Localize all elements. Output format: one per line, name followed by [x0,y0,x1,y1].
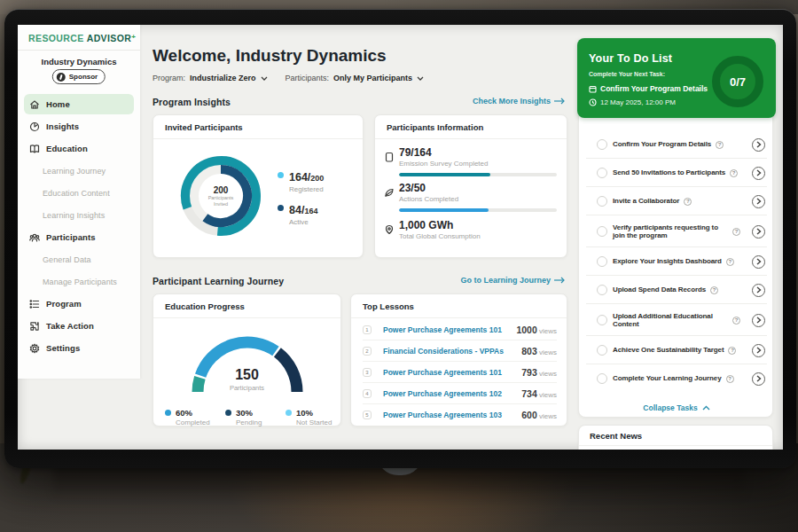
legend-dot [165,410,171,416]
task-go-button[interactable] [752,372,765,386]
sidebar-item-insights[interactable]: Insights [18,115,140,137]
help-icon[interactable]: ? [732,317,740,325]
sidebar-item-program[interactable]: Program [18,293,140,315]
sidebar-item-education-content[interactable]: Education Content [18,182,140,204]
sidebar-item-label: General Data [43,255,91,264]
task-checkbox[interactable] [597,285,607,295]
help-icon[interactable]: ? [710,286,718,294]
task-checkbox[interactable] [597,345,607,356]
task-label: Send 50 Invitations to Participants [613,168,725,177]
todo-task-row: Confirm Your Program Details? [579,130,774,159]
lesson-row: 2Financial Considerations - VPPAs803 vie… [363,340,557,362]
sidebar-item-learning-journey[interactable]: Learning Journey [18,160,140,182]
task-go-button[interactable] [752,284,765,297]
help-icon[interactable]: ? [726,258,734,266]
lesson-link[interactable]: Financial Considerations - VPPAs [383,347,504,356]
check-more-insights-link[interactable]: Check More Insights [473,97,566,106]
task-go-button[interactable] [752,314,765,327]
sidebar-item-label: Home [46,99,70,109]
sidebar-item-general-data[interactable]: General Data [18,248,140,270]
next-time-label: 12 May 2025, 12:00 PM [600,98,676,106]
sidebar-item-learning-insights[interactable]: Learning Insights [18,204,140,226]
lesson-views: 803 views [521,346,557,356]
sidebar: RESOURCE ADVISOR+ Industry Dynamics Spon… [18,25,140,379]
task-go-button[interactable] [752,167,765,180]
lesson-rank: 2 [363,347,372,356]
brand-logo[interactable]: RESOURCE ADVISOR+ [28,33,136,43]
task-checkbox[interactable] [597,315,607,325]
participants-filter-label: Participants: [286,74,330,82]
help-icon[interactable]: ? [716,141,724,149]
legend-not-started: 10% Not Started [286,408,332,426]
task-go-button[interactable] [752,255,765,269]
education-icon [29,144,40,154]
invited-participants-title: Invited Participants [165,122,243,132]
help-icon[interactable]: ? [726,375,734,383]
active-item-highlight [24,94,134,114]
task-go-button[interactable] [752,225,765,239]
lesson-views-count: 1000 [516,325,536,335]
task-label: Upload Additional Educational Content [613,312,728,329]
task-checkbox[interactable] [597,196,607,207]
todo-card: Your To Do List Complete Your Next Task:… [578,39,773,418]
emission-survey-row: 79/164 Emission Survey Completed [384,147,559,168]
task-checkbox[interactable] [597,139,607,150]
arrow-right-icon [554,277,566,284]
stat-value: 79/164 [399,147,559,159]
lesson-rank: 5 [363,411,372,419]
task-checkbox[interactable] [597,226,607,237]
sidebar-item-education[interactable]: Education [18,137,140,160]
lesson-row: 4Power Purchase Agreements 102734 views [363,383,557,404]
sponsor-badge[interactable]: Sponsor [52,69,106,84]
progress-fill [399,173,490,176]
legend-denominator: 200 [310,174,324,183]
help-icon[interactable]: ? [730,169,738,177]
todo-task-row: Verify participants requesting to join t… [579,215,774,247]
task-checkbox[interactable] [597,373,607,384]
lesson-link[interactable]: Power Purchase Agreements 101 [383,325,502,334]
help-icon[interactable]: ? [728,347,736,355]
sidebar-item-take-action[interactable]: Take Action [18,315,140,337]
program-filter-value[interactable]: Industrialize Zero [190,74,256,82]
chevron-down-icon[interactable] [261,76,268,81]
lesson-link[interactable]: Power Purchase Agreements 103 [383,411,502,419]
donut-center-label: 200 Participants Invited [208,185,234,207]
task-go-button[interactable] [752,138,765,152]
sidebar-item-settings[interactable]: Settings [18,337,140,359]
participants-icon [29,232,40,243]
legend-numerator: 164/ [289,171,310,184]
invited-participants-donut: 200 Participants Invited [180,155,262,237]
lesson-link[interactable]: Power Purchase Agreements 102 [383,389,502,398]
collapse-tasks-link[interactable]: Collapse Tasks [579,403,774,412]
help-icon[interactable]: ? [732,228,740,236]
lesson-row: 3Power Purchase Agreements 101793 views [363,362,557,383]
learning-journey-heading: Participant Learning Journey [153,276,284,286]
lesson-link[interactable]: Power Purchase Agreements 101 [383,368,502,377]
go-to-learning-journey-link[interactable]: Go to Learning Journey [460,276,566,285]
sidebar-item-label: Education Content [43,189,110,198]
help-icon[interactable]: ? [684,198,692,206]
task-go-button[interactable] [752,344,765,357]
task-checkbox[interactable] [597,256,607,267]
legend-percent: 10% [296,408,332,418]
top-lessons-card: Top Lessons 1Power Purchase Agreements 1… [350,293,567,426]
task-checkbox[interactable] [597,168,607,178]
participants-filter-value[interactable]: Only My Participants [333,74,412,82]
brand-secondary: ADVISOR [87,33,132,43]
task-icon [589,85,597,93]
sponsor-icon [57,73,66,82]
todo-task-row: Complete Your Learning Journey? [579,364,774,393]
logo-divider [18,50,140,51]
arrow-right-icon [554,98,566,105]
sidebar-item-participants[interactable]: Participants [18,226,140,248]
card-divider [579,445,772,446]
task-go-button[interactable] [752,195,765,208]
check-more-insights-label: Check More Insights [473,97,551,106]
todo-progress-value: 0/7 [730,75,746,89]
sidebar-item-manage-participants[interactable]: Manage Participants [18,270,140,293]
task-label: Confirm Your Program Details [613,140,711,149]
chevron-down-icon[interactable] [417,76,424,81]
sidebar-item-home[interactable]: Home [18,93,140,115]
program-filter-label: Program: [153,74,185,82]
legend-label: Completed [176,419,210,426]
